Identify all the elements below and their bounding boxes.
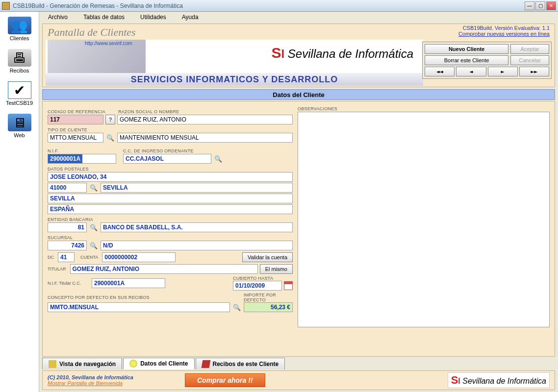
- sucursal-code-field[interactable]: 7426: [48, 241, 87, 250]
- cancel-button[interactable]: Cancelar: [510, 55, 549, 65]
- label-importe: IMPORTE POR DEFECTO: [244, 293, 293, 302]
- sidebar-item-test[interactable]: ✔ TestCSB19: [0, 78, 39, 111]
- menu-ayuda[interactable]: Ayuda: [182, 14, 199, 21]
- nav-first-button[interactable]: ◄◄: [425, 67, 455, 76]
- validar-button[interactable]: Validar la cuenta: [242, 252, 293, 262]
- binoculars-icon[interactable]: 🔍: [89, 224, 99, 231]
- copyright: (C) 2010, Sevillana de Informática: [48, 374, 175, 380]
- menu-utilidades[interactable]: Utilidades: [140, 14, 166, 21]
- label-sucursal: SUCURSAL: [48, 235, 293, 240]
- label-cubierto: CUBIERTO HASTA: [233, 276, 293, 281]
- sidebar-item-clientes[interactable]: 👥 Clientes: [0, 14, 39, 46]
- label-postales: DATOS POSTALES: [48, 167, 293, 172]
- label-razon: RAZON SOCIAL O NOMBRE: [118, 109, 179, 114]
- people-icon: 👥: [8, 17, 31, 34]
- nav-view-icon: [49, 360, 56, 368]
- entidad-code-field[interactable]: 81: [48, 222, 87, 232]
- tab-vista-navegacion[interactable]: Vista de navegación: [42, 358, 122, 369]
- form-area: CODIGO DE REFERENCIA RAZON SOCIAL O NOMB…: [42, 101, 555, 357]
- new-client-button[interactable]: Nuevo Cliente: [425, 44, 508, 54]
- tab-label: Datos del Cliente: [140, 360, 188, 367]
- tipo-desc-field[interactable]: MANTENIMIENTO MENSUAL: [117, 133, 293, 143]
- label-dc: DC: [48, 255, 54, 260]
- cubierto-field[interactable]: 01/10/2009: [233, 281, 282, 291]
- label-cc-ord: C.C. DE INGRESO ORDENANTE: [123, 148, 194, 153]
- close-button[interactable]: ✕: [546, 1, 556, 10]
- delete-client-button[interactable]: Borrar este Cliente: [425, 55, 508, 65]
- label-codigo: CODIGO DE REFERENCIA: [48, 109, 116, 114]
- banner-url: http://www.sevinf.com: [85, 41, 132, 46]
- nav-prev-button[interactable]: ◄: [456, 67, 486, 76]
- mismo-button[interactable]: El mismo: [260, 264, 293, 274]
- label-tipo: TIPO DE CLIENTE: [48, 127, 293, 132]
- nav-next-button[interactable]: ►: [488, 67, 518, 76]
- menu-tablas[interactable]: Tablas de datos: [83, 14, 125, 21]
- codigo-field[interactable]: 117: [48, 115, 103, 124]
- check-updates-link[interactable]: Comprobar nuevas versiones en línea: [458, 31, 550, 37]
- label-cuenta: CUENTA: [80, 255, 98, 260]
- nif-field[interactable]: 29000001A: [48, 154, 116, 164]
- calendar-icon[interactable]: [284, 281, 293, 290]
- maximize-button[interactable]: ▢: [535, 1, 545, 10]
- cuenta-field[interactable]: 0000000002: [102, 252, 176, 262]
- banner: http://www.sevinf.com SI Sevillana de In…: [46, 40, 423, 86]
- pais-field[interactable]: ESPAÑA: [48, 204, 293, 214]
- cp-field[interactable]: 41000: [48, 183, 87, 193]
- binoculars-icon[interactable]: 🔍: [213, 155, 223, 163]
- concepto-field[interactable]: MMTO.MENSUAL: [48, 302, 230, 312]
- importe-field[interactable]: 56,23 €: [244, 302, 293, 312]
- bottom-tabs: Vista de navegación Datos del Cliente Re…: [42, 357, 555, 369]
- sidebar-item-web[interactable]: 🖥 Web: [0, 111, 39, 143]
- direccion-field[interactable]: JOSE LEONADO, 34: [48, 172, 293, 182]
- check-icon: ✔: [8, 81, 31, 99]
- sidebar-label: Recibos: [1, 68, 38, 74]
- version-info: CSB19Build. Versión Evaluativa: 1.1 Comp…: [458, 25, 550, 37]
- sidebar-label: Clientes: [1, 35, 38, 41]
- tab-recibos-cliente[interactable]: Recibos de este Cliente: [196, 358, 285, 369]
- window-titlebar: CSB19Build - Generación de Remesas - Sev…: [0, 0, 558, 12]
- receipts-icon: [201, 360, 210, 368]
- buy-now-button[interactable]: Comprar ahora !!: [185, 373, 265, 387]
- label-obs: OBSERVACIONES: [298, 106, 550, 111]
- provincia-field[interactable]: SEVILLA: [48, 194, 293, 203]
- tab-datos-cliente[interactable]: Datos del Cliente: [123, 358, 194, 369]
- monitor-icon: 🖥: [8, 114, 31, 131]
- ciudad-field[interactable]: SEVILLA: [101, 183, 293, 193]
- welcome-link[interactable]: Mostrar Pantalla de Bienvenida: [48, 380, 123, 386]
- codigo-help-button[interactable]: ?: [105, 115, 115, 124]
- dc-field[interactable]: 41: [58, 252, 75, 262]
- binoculars-icon[interactable]: 🔍: [232, 304, 242, 311]
- titular-field[interactable]: GOMEZ RUIZ, ANTONIO: [70, 264, 258, 274]
- observaciones-field[interactable]: [298, 112, 550, 327]
- banner-tagline: SERVICIOS INFORMATICOS Y DESARROLLO: [46, 73, 423, 86]
- binoculars-icon[interactable]: 🔍: [89, 242, 99, 249]
- tab-label: Recibos de este Cliente: [213, 361, 279, 368]
- binoculars-icon[interactable]: 🔍: [105, 134, 115, 142]
- section-title: Datos del Cliente: [42, 89, 555, 100]
- sidebar-label: TestCSB19: [1, 100, 38, 106]
- menu-archivo[interactable]: Archivo: [48, 14, 68, 21]
- sidebar-item-recibos[interactable]: 🖶 Recibos: [0, 46, 39, 78]
- tab-label: Vista de navegación: [59, 361, 116, 368]
- action-panel: Nuevo Cliente Aceptar Borrar este Client…: [422, 42, 552, 79]
- nif-tit-field[interactable]: 29000001A: [92, 278, 165, 288]
- nav-last-button[interactable]: ►►: [519, 67, 549, 76]
- menubar: Archivo Tablas de datos Utilidades Ayuda: [39, 12, 558, 23]
- footer: (C) 2010, Sevillana de Informática Mostr…: [42, 370, 555, 390]
- label-entidad: ENTIDAD BANCARIA: [48, 217, 293, 222]
- minimize-button[interactable]: —: [525, 1, 534, 10]
- label-nif-tit: N.I.F. Titular C.C.: [48, 281, 88, 286]
- razon-field[interactable]: GOMEZ RUIZ, ANTONIO: [117, 115, 293, 124]
- binoculars-icon[interactable]: 🔍: [89, 184, 99, 192]
- app-icon: [2, 2, 10, 10]
- cc-ord-field[interactable]: CC.CAJASOL: [123, 154, 211, 164]
- data-icon: [129, 360, 137, 368]
- label-titular: TITULAR: [48, 267, 66, 271]
- tipo-code-field[interactable]: MTTO.MENSUAL: [48, 133, 103, 143]
- sucursal-name-field[interactable]: N/D: [101, 241, 293, 250]
- left-sidebar: 👥 Clientes 🖶 Recibos ✔ TestCSB19 🖥 Web: [0, 12, 39, 392]
- banner-brand: SI Sevillana de Informática: [272, 45, 414, 61]
- header-panel: Pantalla de Clientes http://www.sevinf.c…: [42, 24, 555, 87]
- accept-button[interactable]: Aceptar: [510, 44, 549, 54]
- entidad-name-field[interactable]: BANCO DE SABADELL, S.A.: [101, 222, 293, 232]
